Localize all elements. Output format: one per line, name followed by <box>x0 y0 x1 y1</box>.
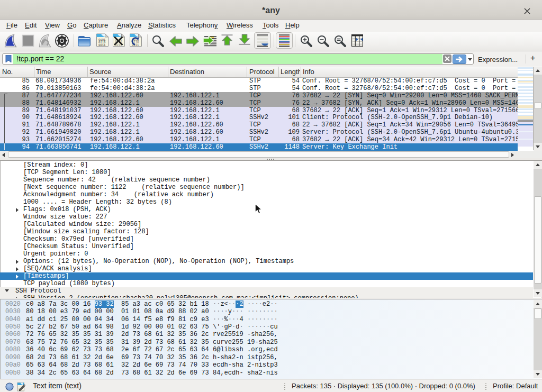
svg-text:0011: 0011 <box>98 43 106 47</box>
